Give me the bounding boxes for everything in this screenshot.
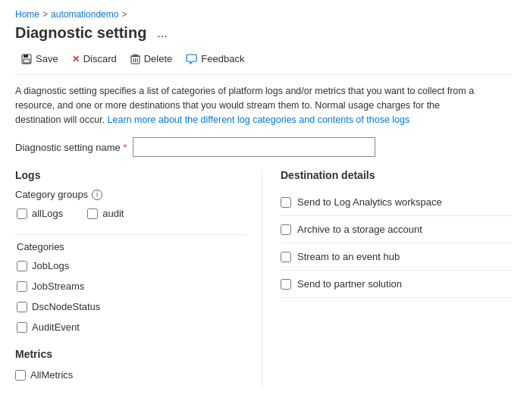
destination-logAnalytics: Send to Log Analytics workspace bbox=[281, 189, 512, 216]
setting-name-row: Diagnostic setting name * bbox=[15, 137, 512, 157]
checkbox-allLogs: allLogs bbox=[17, 206, 63, 221]
jobLogs-label: JobLogs bbox=[32, 260, 69, 271]
save-icon bbox=[21, 54, 32, 64]
page-title: Diagnostic setting bbox=[15, 24, 146, 42]
description-link[interactable]: Learn more about the different log categ… bbox=[108, 114, 410, 125]
feedback-label: Feedback bbox=[201, 53, 244, 64]
eventHub-label: Stream to an event hub bbox=[297, 251, 400, 262]
dscNodeStatus-label: DscNodeStatus bbox=[32, 301, 100, 312]
feedback-icon bbox=[186, 54, 197, 64]
logAnalytics-label: Send to Log Analytics workspace bbox=[297, 196, 442, 208]
checkbox-jobStreams: JobStreams bbox=[17, 279, 246, 293]
audit-checkbox[interactable] bbox=[87, 208, 98, 219]
categories-label: Categories bbox=[17, 241, 246, 252]
main-content: Logs Category groups i allLogs audit Cat… bbox=[15, 169, 512, 388]
breadcrumb-sep1: > bbox=[42, 9, 48, 20]
logAnalytics-checkbox[interactable] bbox=[281, 197, 291, 208]
delete-icon bbox=[130, 54, 140, 64]
checkbox-allMetrics: AllMetrics bbox=[15, 368, 246, 382]
audit-label: audit bbox=[102, 208, 124, 219]
setting-name-label: Diagnostic setting name * bbox=[15, 142, 127, 153]
toolbar: Save ✕ Discard Delete Feedback bbox=[15, 49, 512, 75]
destination-eventHub: Stream to an event hub bbox=[281, 243, 512, 271]
allLogs-checkbox[interactable] bbox=[17, 208, 27, 219]
setting-name-input[interactable] bbox=[133, 137, 375, 157]
metrics-title: Metrics bbox=[15, 348, 246, 360]
breadcrumb-automationdemo[interactable]: automationdemo bbox=[51, 9, 118, 20]
discard-icon: ✕ bbox=[72, 54, 80, 64]
checkbox-jobLogs: JobLogs bbox=[17, 259, 246, 273]
info-icon: i bbox=[92, 190, 102, 200]
description: A diagnostic setting specifies a list of… bbox=[15, 84, 485, 127]
checkbox-auditEvent: AuditEvent bbox=[17, 320, 246, 334]
storageAccount-label: Archive to a storage account bbox=[297, 224, 422, 235]
required-indicator: * bbox=[123, 142, 127, 153]
logs-section: Logs Category groups i allLogs audit Cat… bbox=[15, 169, 262, 388]
checkbox-dscNodeStatus: DscNodeStatus bbox=[17, 299, 246, 314]
page-title-row: Diagnostic setting ... bbox=[15, 24, 512, 42]
ellipsis-button[interactable]: ... bbox=[152, 25, 171, 42]
svg-rect-6 bbox=[133, 55, 137, 56]
destination-title: Destination details bbox=[281, 169, 512, 181]
discard-button[interactable]: ✕ Discard bbox=[66, 49, 123, 68]
dscNodeStatus-checkbox[interactable] bbox=[17, 302, 27, 312]
jobStreams-label: JobStreams bbox=[32, 281, 84, 292]
eventHub-checkbox[interactable] bbox=[281, 252, 291, 262]
delete-label: Delete bbox=[144, 53, 173, 64]
feedback-button[interactable]: Feedback bbox=[180, 49, 250, 68]
svg-rect-3 bbox=[25, 60, 29, 62]
allMetrics-checkbox[interactable] bbox=[15, 370, 26, 381]
jobStreams-checkbox[interactable] bbox=[17, 281, 27, 292]
breadcrumb-sep2: > bbox=[121, 9, 127, 20]
checkbox-audit: audit bbox=[87, 206, 124, 221]
save-label: Save bbox=[36, 53, 58, 64]
category-groups-header: Category groups i bbox=[15, 189, 246, 200]
partnerSolution-checkbox[interactable] bbox=[281, 279, 291, 290]
jobLogs-checkbox[interactable] bbox=[17, 261, 27, 271]
delete-button[interactable]: Delete bbox=[124, 49, 179, 68]
destination-section: Destination details Send to Log Analytic… bbox=[262, 169, 512, 388]
storageAccount-checkbox[interactable] bbox=[281, 224, 291, 235]
logs-title: Logs bbox=[15, 169, 246, 181]
categories-list: Categories JobLogs JobStreams DscNodeSta… bbox=[15, 234, 246, 334]
svg-rect-1 bbox=[24, 55, 28, 58]
auditEvent-checkbox[interactable] bbox=[17, 322, 27, 333]
allMetrics-label: AllMetrics bbox=[30, 369, 73, 381]
breadcrumb: Home > automationdemo > bbox=[15, 9, 512, 20]
partnerSolution-label: Send to partner solution bbox=[297, 278, 402, 290]
metrics-section: Metrics AllMetrics bbox=[15, 348, 246, 382]
category-groups-row: allLogs audit bbox=[15, 206, 246, 227]
save-button[interactable]: Save bbox=[15, 49, 64, 68]
discard-label: Discard bbox=[83, 53, 117, 64]
breadcrumb-home[interactable]: Home bbox=[15, 9, 39, 20]
auditEvent-label: AuditEvent bbox=[32, 321, 80, 333]
allLogs-label: allLogs bbox=[32, 208, 63, 219]
destination-storageAccount: Archive to a storage account bbox=[281, 216, 512, 243]
destination-partnerSolution: Send to partner solution bbox=[281, 271, 512, 298]
